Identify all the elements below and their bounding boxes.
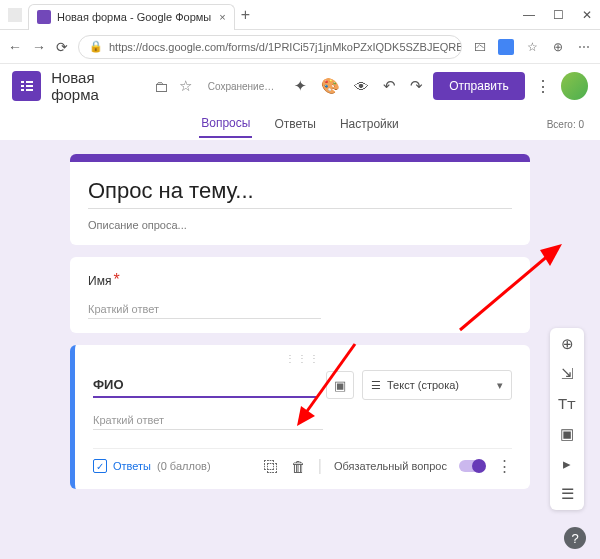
tab-questions[interactable]: Вопросы [199, 110, 252, 138]
undo-icon[interactable]: ↶ [383, 77, 396, 95]
saving-status: Сохранение… [208, 81, 275, 92]
answer-placeholder: Краткий ответ [93, 414, 323, 430]
tab-settings[interactable]: Настройки [338, 111, 401, 137]
answers-label: Ответы [113, 460, 151, 472]
chevron-down-icon: ▾ [497, 379, 503, 392]
add-image-side-icon[interactable]: ▣ [557, 424, 577, 444]
url-field[interactable]: 🔒 https://docs.google.com/forms/d/1PRICi… [78, 35, 462, 59]
svg-rect-0 [21, 81, 24, 83]
total-count: Всего: 0 [547, 119, 584, 130]
add-title-icon[interactable]: Tᴛ [557, 394, 577, 414]
tab-title: Новая форма - Google Формы [57, 11, 211, 23]
forms-logo[interactable] [12, 71, 41, 101]
svg-rect-2 [21, 85, 24, 87]
lock-icon: 🔒 [89, 40, 103, 53]
question-card-1[interactable]: Имя* Краткий ответ [70, 257, 530, 333]
new-tab-button[interactable]: + [241, 6, 250, 24]
required-label: Обязательный вопрос [334, 460, 447, 472]
svg-rect-1 [26, 81, 33, 83]
required-asterisk: * [113, 271, 119, 288]
answer-key-button[interactable]: ✓ Ответы (0 баллов) [93, 459, 211, 473]
question-title-input[interactable] [93, 373, 318, 398]
star-icon[interactable]: ☆ [179, 77, 192, 95]
question-type-dropdown[interactable]: ☰ Текст (строка) ▾ [362, 370, 512, 400]
svg-rect-5 [26, 89, 33, 91]
folder-icon[interactable]: 🗀 [154, 78, 169, 95]
check-icon: ✓ [93, 459, 107, 473]
header-tools: ✦ 🎨 👁 ↶ ↷ [294, 77, 423, 95]
maximize-button[interactable]: ☐ [553, 8, 564, 22]
preview-icon[interactable]: 👁 [354, 78, 369, 95]
answer-placeholder: Краткий ответ [88, 303, 321, 319]
browser-menu-icon[interactable]: ⋯ [576, 39, 592, 55]
form-header-card[interactable]: Описание опроса... [70, 154, 530, 245]
reload-button[interactable]: ⟳ [56, 39, 68, 55]
add-question-icon[interactable]: ⊕ [557, 334, 577, 354]
address-bar: ← → ⟳ 🔒 https://docs.google.com/forms/d/… [0, 30, 600, 64]
window-app-icon [8, 8, 22, 22]
svg-marker-9 [540, 244, 562, 266]
side-toolbar: ⊕ ⇲ Tᴛ ▣ ▸ ☰ [550, 328, 584, 510]
question-label: Имя [88, 274, 111, 288]
close-window-button[interactable]: ✕ [582, 8, 592, 22]
minimize-button[interactable]: — [523, 8, 535, 22]
form-tabs: Вопросы Ответы Настройки Всего: 0 [0, 108, 600, 140]
points-label: (0 баллов) [157, 460, 211, 472]
theme-icon[interactable]: 🎨 [321, 77, 340, 95]
help-button[interactable]: ? [564, 527, 586, 549]
required-toggle[interactable] [459, 460, 485, 472]
drag-handle-icon[interactable]: ⋮⋮⋮ [93, 353, 512, 364]
question-more-icon[interactable]: ⋮ [497, 457, 512, 475]
short-text-icon: ☰ [371, 379, 381, 392]
browser-extensions: ⮹ ☆ ⊕ ⋯ [472, 39, 592, 55]
browser-tab[interactable]: Новая форма - Google Формы × [28, 4, 235, 30]
back-button[interactable]: ← [8, 39, 22, 55]
redo-icon[interactable]: ↷ [410, 77, 423, 95]
add-section-icon[interactable]: ☰ [557, 484, 577, 504]
account-avatar[interactable] [561, 72, 588, 100]
duplicate-icon[interactable]: ⿻ [264, 458, 279, 475]
window-controls: — ☐ ✕ [523, 8, 592, 22]
close-tab-icon[interactable]: × [219, 11, 225, 23]
form-name[interactable]: Новая форма [51, 69, 144, 103]
collections-icon[interactable]: ⊕ [550, 39, 566, 55]
add-image-icon[interactable]: ▣ [326, 371, 354, 399]
question-card-2-active[interactable]: ⋮⋮⋮ ▣ ☰ Текст (строка) ▾ Краткий ответ ✓… [70, 345, 530, 489]
app-header: Новая форма 🗀 ☆ Сохранение… ✦ 🎨 👁 ↶ ↷ От… [0, 64, 600, 108]
form-description[interactable]: Описание опроса... [88, 219, 512, 231]
form-canvas: Описание опроса... Имя* Краткий ответ ⋮⋮… [0, 140, 600, 559]
tab-favicon [37, 10, 51, 24]
share-icon[interactable]: ⮹ [472, 39, 488, 55]
svg-rect-4 [21, 89, 24, 91]
import-questions-icon[interactable]: ⇲ [557, 364, 577, 384]
delete-icon[interactable]: 🗑 [291, 458, 306, 475]
forward-button[interactable]: → [32, 39, 46, 55]
window-titlebar: Новая форма - Google Формы × + — ☐ ✕ [0, 0, 600, 30]
send-button[interactable]: Отправить [433, 72, 525, 100]
favorite-icon[interactable]: ☆ [524, 39, 540, 55]
url-text: https://docs.google.com/forms/d/1PRICi57… [109, 41, 462, 53]
question-footer: ✓ Ответы (0 баллов) ⿻ 🗑 | Обязательный в… [93, 448, 512, 475]
more-menu-icon[interactable]: ⋮ [535, 77, 551, 96]
question-type-label: Текст (строка) [387, 379, 459, 391]
add-video-icon[interactable]: ▸ [557, 454, 577, 474]
svg-rect-3 [26, 85, 33, 87]
tab-answers[interactable]: Ответы [272, 111, 317, 137]
form-title-input[interactable] [88, 176, 512, 206]
translate-icon[interactable] [498, 39, 514, 55]
addons-icon[interactable]: ✦ [294, 77, 307, 95]
